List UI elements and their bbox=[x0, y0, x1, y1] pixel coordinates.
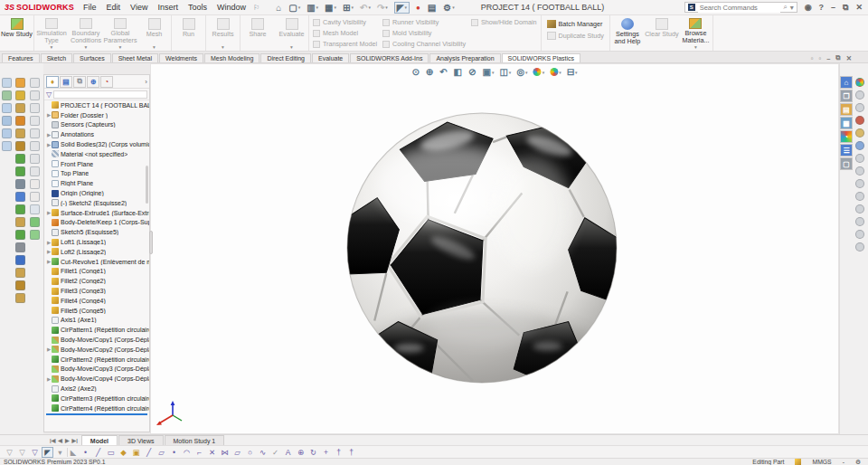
results-button[interactable]: Results ▾ bbox=[206, 15, 241, 51]
green-feature-icon-2[interactable] bbox=[15, 166, 25, 176]
tree-item-cirpattern1[interactable]: CirPattern1 (Répétition circulaire1 bbox=[44, 325, 149, 335]
plastics-tool-icon-4[interactable] bbox=[855, 128, 864, 138]
show-hide-domain-button[interactable]: Show/Hide Domain bbox=[471, 17, 537, 28]
plastics-tool-icon-2[interactable] bbox=[855, 103, 864, 112]
tree-scrollbar[interactable] bbox=[146, 166, 148, 204]
tab-solidworks-plastics[interactable]: SOLIDWORKS Plastics bbox=[502, 53, 581, 62]
model-tab[interactable]: Model bbox=[81, 435, 118, 445]
gray-cube-icon-3[interactable] bbox=[30, 103, 40, 113]
cube-tool-icon[interactable] bbox=[2, 128, 12, 138]
check-sketch-tool[interactable]: ✓ bbox=[269, 448, 281, 457]
open-document-icon[interactable]: ▥▾ bbox=[307, 3, 318, 13]
mesh-model-button[interactable]: Mesh Model bbox=[313, 28, 377, 39]
first-tab-button[interactable]: |◀ bbox=[50, 437, 55, 443]
filter-icon-1[interactable]: ▽ bbox=[4, 448, 15, 457]
view-settings-icon[interactable]: ⊟▾ bbox=[567, 67, 578, 77]
print-icon[interactable]: ⊞▾ bbox=[343, 3, 354, 13]
menu-item[interactable]: Tools bbox=[188, 3, 207, 12]
select-dropdown[interactable]: ▾ bbox=[54, 448, 66, 457]
tree-item-cirpattern3[interactable]: CirPattern3 (Répétition circulaire3 bbox=[44, 394, 149, 403]
3d-views-tab[interactable]: 3D Views bbox=[118, 435, 163, 445]
plastics-tool-icon-1[interactable] bbox=[855, 90, 864, 100]
gold-feature-icon-2[interactable] bbox=[15, 103, 25, 113]
gold-sketch-tool-2[interactable]: ▣ bbox=[130, 448, 142, 457]
mesh-button[interactable]: Mesh ▾ bbox=[137, 15, 172, 51]
tree-item-sensors[interactable]: Sensors (Capteurs) bbox=[44, 120, 149, 130]
spline-tool[interactable]: ∿ bbox=[257, 448, 269, 457]
previous-view-icon[interactable]: ↶ bbox=[439, 67, 448, 77]
pale-tool-icon-2[interactable] bbox=[30, 192, 40, 202]
restore-button[interactable]: ⧉ bbox=[843, 3, 848, 13]
tree-item-axis1[interactable]: Axis1 (Axe1) bbox=[44, 316, 149, 326]
tree-item-fillet3[interactable]: Fillet3 (Congé3) bbox=[44, 286, 149, 296]
clear-study-button[interactable]: Clear Study bbox=[645, 15, 679, 51]
gray-cube-icon-7[interactable] bbox=[30, 154, 40, 164]
gray-feature-icon[interactable] bbox=[15, 179, 25, 189]
graphics-area[interactable]: ⊙⊕↶◧⊘▣▾◫▾◎▾▾▾⊟▾ bbox=[150, 63, 839, 434]
search-icon[interactable]: ⌕ bbox=[783, 3, 787, 12]
spline-tool-icon[interactable] bbox=[2, 116, 12, 126]
search-dropdown-icon[interactable]: ▾ bbox=[790, 4, 794, 12]
help-icon[interactable]: ? bbox=[819, 3, 825, 13]
rollback-bar[interactable] bbox=[46, 413, 147, 415]
tree-item-cirpattern2[interactable]: CirPattern2 (Répétition circulaire2 bbox=[44, 355, 149, 365]
gold-feature-icon-7[interactable] bbox=[15, 280, 25, 290]
text-tool[interactable]: A bbox=[282, 448, 294, 457]
global-parameters-button[interactable]: Global Parameters ▾ bbox=[103, 15, 137, 51]
new-study-button[interactable]: New Study bbox=[0, 15, 34, 51]
plastics-tool-icon-9[interactable] bbox=[855, 192, 864, 201]
motion-study-tab[interactable]: Motion Study 1 bbox=[165, 435, 225, 445]
plastics-tool-icon-6[interactable] bbox=[855, 154, 864, 163]
select-tool-icon[interactable]: ◤▾ bbox=[394, 2, 410, 14]
plastics-tool-icon-8[interactable] bbox=[855, 179, 864, 188]
tree-item-body-delete-keep1[interactable]: Body-Delete/Keep 1 (Corps-Suppr bbox=[44, 218, 149, 228]
tab-direct-editing[interactable]: Direct Editing bbox=[260, 53, 311, 62]
tree-item-axis2[interactable]: Axis2 (Axe2) bbox=[44, 384, 149, 394]
tree-item-fillet1[interactable]: Fillet1 (Congé1) bbox=[44, 267, 149, 277]
tree-item-folder[interactable]: ▶ Folder (Dossier ) bbox=[44, 110, 149, 120]
tree-item-origin[interactable]: Origin (Origine) bbox=[44, 188, 149, 198]
point-tool-2[interactable]: • bbox=[168, 448, 180, 457]
gold-feature-icon-3[interactable] bbox=[15, 116, 25, 126]
menu-item[interactable]: View bbox=[130, 3, 147, 12]
tree-item-right-plane[interactable]: Right Plane bbox=[44, 178, 149, 188]
folder-feature-icon[interactable] bbox=[15, 78, 25, 88]
tree-item-body-move-copy2[interactable]: ▶ Body-Move/Copy2 (Corps-Déplac bbox=[44, 345, 149, 355]
browse-material-button[interactable]: Browse Materia... ▾ bbox=[679, 15, 713, 51]
tab-sketch[interactable]: Sketch bbox=[41, 53, 72, 62]
circle-tool[interactable]: ○ bbox=[244, 448, 256, 457]
options-display-icon[interactable]: ▤ bbox=[428, 3, 437, 13]
tree-item-loft2[interactable]: ▶ Loft2 (Lissage2) bbox=[44, 247, 149, 257]
sweep-tool-icon[interactable] bbox=[2, 141, 12, 151]
tree-item-material[interactable]: Material <not specified> bbox=[44, 149, 149, 159]
collapse-commandmanager-icon[interactable]: ▫ bbox=[811, 54, 814, 62]
units-label[interactable]: MMGS bbox=[812, 459, 831, 465]
tab-evaluate[interactable]: Evaluate bbox=[312, 53, 349, 62]
gold-feature-icon-4[interactable] bbox=[15, 128, 25, 138]
tree-item-cirpattern4[interactable]: CirPattern4 (Répétition circulaire4 bbox=[44, 403, 149, 413]
search-commands-box[interactable]: S ⌕ ▾ bbox=[684, 2, 797, 13]
login-icon[interactable]: ◉ bbox=[805, 3, 812, 13]
green-copy-icon-2[interactable] bbox=[30, 230, 40, 240]
tree-item-sketch5[interactable]: Sketch5 (Esquisse5) bbox=[44, 227, 149, 237]
zoom-to-area-icon[interactable]: ⊕ bbox=[426, 67, 434, 77]
plastics-study-icon[interactable] bbox=[855, 78, 864, 87]
tab-analysis-preparation[interactable]: Analysis Preparation bbox=[429, 53, 500, 62]
rotate-tool[interactable]: ↻ bbox=[307, 448, 319, 457]
apply-scene-icon[interactable]: ▾ bbox=[550, 68, 561, 76]
save-icon[interactable]: ▦▾ bbox=[325, 3, 336, 13]
box-feature-icon[interactable] bbox=[15, 242, 25, 252]
pin-icon[interactable]: ⚐ bbox=[253, 4, 259, 12]
dynamic-annotation-icon[interactable]: ⊘ bbox=[468, 67, 476, 77]
tree-item-surface-extrude1[interactable]: ▶ Surface-Extrude1 (Surface-Extrusi bbox=[44, 208, 149, 218]
units-dropdown-dash[interactable]: - bbox=[843, 459, 844, 465]
search-input[interactable] bbox=[698, 3, 781, 13]
gold-feature-icon-1[interactable] bbox=[15, 90, 25, 100]
flag-tool-icon[interactable] bbox=[2, 103, 12, 113]
tree-item-fillet2[interactable]: Fillet2 (Congé2) bbox=[44, 276, 149, 286]
solid-tool-icon[interactable] bbox=[2, 90, 12, 100]
display-style-icon[interactable]: ◫▾ bbox=[499, 67, 511, 77]
design-library-tab[interactable]: ❒ bbox=[840, 90, 853, 102]
tree-item-solid-bodies[interactable]: ▶ Solid Bodies(32) (Corps volumiqu bbox=[44, 139, 149, 149]
tree-item-loft1[interactable]: ▶ Loft1 (Lissage1) bbox=[44, 237, 149, 247]
